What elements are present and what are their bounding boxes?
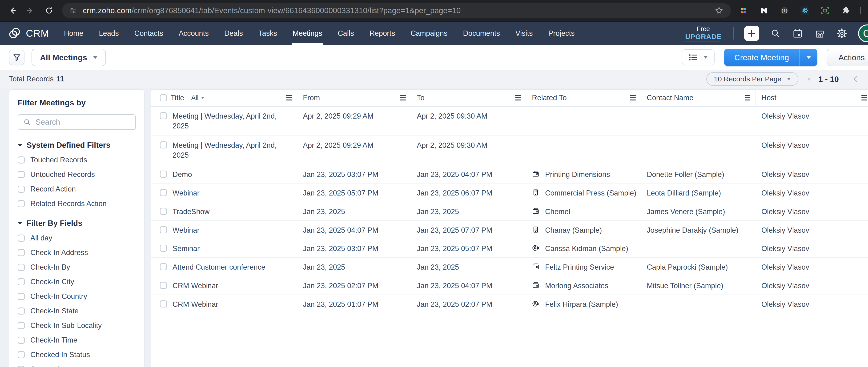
- per-page-selector[interactable]: 10 Records Per Page: [706, 72, 798, 86]
- upgrade-link[interactable]: UPGRADE: [685, 33, 721, 42]
- checkbox[interactable]: [18, 186, 25, 193]
- nav-tab-calls[interactable]: Calls: [338, 22, 354, 45]
- checkbox[interactable]: [18, 264, 25, 271]
- filter-button[interactable]: [9, 49, 25, 65]
- settings-gear-icon[interactable]: [836, 28, 848, 39]
- contact-name-link[interactable]: Capla Paprocki (Sample): [647, 262, 728, 272]
- marketplace-icon[interactable]: [814, 28, 826, 39]
- column-header-related-to[interactable]: Related To: [526, 90, 641, 106]
- row-checkbox[interactable]: [160, 141, 167, 148]
- search-icon[interactable]: [770, 28, 781, 39]
- filter-search-input[interactable]: [35, 118, 130, 127]
- related-to-link[interactable]: Carissa Kidman (Sample): [545, 244, 628, 254]
- contact-name-link[interactable]: Donette Foller (Sample): [647, 170, 724, 179]
- ext-dots-icon[interactable]: [739, 5, 749, 16]
- filter-item-untouched-records[interactable]: Untouched Records: [18, 170, 136, 179]
- meeting-title-link[interactable]: TradeShow: [173, 207, 210, 217]
- checkbox[interactable]: [18, 157, 25, 164]
- related-to-link[interactable]: Chanay (Sample): [545, 225, 602, 235]
- meeting-title-link[interactable]: Webinar: [173, 188, 199, 198]
- ext-puzzle-icon[interactable]: [840, 5, 850, 16]
- related-to-link[interactable]: Morlong Associates: [545, 281, 609, 291]
- related-to-link[interactable]: Feltz Printing Service: [545, 262, 614, 272]
- select-all-checkbox[interactable]: [160, 94, 167, 101]
- meeting-title-link[interactable]: CRM Webinar: [173, 281, 218, 291]
- nav-tab-accounts[interactable]: Accounts: [179, 22, 209, 45]
- column-menu-icon[interactable]: [515, 95, 522, 101]
- column-menu-icon[interactable]: [744, 95, 751, 101]
- related-to-link[interactable]: Commercial Press (Sample): [545, 188, 637, 198]
- reload-icon[interactable]: [44, 5, 54, 16]
- meeting-title-link[interactable]: Webinar: [173, 225, 199, 235]
- contact-name-link[interactable]: Mitsue Tollner (Sample): [647, 281, 723, 291]
- filter-item-all-day[interactable]: All day: [18, 234, 136, 242]
- filter-item-touched-records[interactable]: Touched Records: [18, 156, 136, 164]
- column-header-contact-name[interactable]: Contact Name: [641, 90, 756, 106]
- nav-tab-leads[interactable]: Leads: [99, 22, 119, 45]
- create-meeting-button[interactable]: Create Meeting: [724, 49, 799, 66]
- nav-tab-tasks[interactable]: Tasks: [258, 22, 277, 45]
- row-checkbox[interactable]: [160, 189, 167, 196]
- site-controls-icon[interactable]: [69, 6, 77, 15]
- view-selector[interactable]: All Meetings: [32, 49, 106, 66]
- filter-item-checked-in-status[interactable]: Checked In Status: [18, 351, 136, 359]
- column-menu-icon[interactable]: [286, 95, 293, 101]
- filter-item-check-in-time[interactable]: Check-In Time: [18, 336, 136, 344]
- meeting-title-link[interactable]: Demo: [173, 170, 192, 179]
- column-menu-icon[interactable]: [629, 95, 637, 101]
- contact-name-link[interactable]: James Venere (Sample): [647, 207, 725, 217]
- checkbox[interactable]: [18, 293, 25, 300]
- related-to-link[interactable]: Printing Dimensions: [545, 170, 610, 179]
- nav-tab-reports[interactable]: Reports: [370, 22, 395, 45]
- prev-page-button[interactable]: [852, 74, 859, 84]
- row-checkbox[interactable]: [160, 171, 167, 178]
- calendar-icon[interactable]: [792, 28, 804, 39]
- filter-item-contact-name[interactable]: Contact Name: [18, 365, 136, 367]
- filter-item-related-records-action[interactable]: Related Records Action: [18, 200, 136, 208]
- nav-tab-campaigns[interactable]: Campaigns: [410, 22, 447, 45]
- nav-tab-meetings[interactable]: Meetings: [292, 22, 322, 45]
- actions-button[interactable]: Actions: [827, 49, 868, 66]
- filter-item-check-in-sub-locality[interactable]: Check-In Sub-Locality: [18, 321, 136, 330]
- checkbox[interactable]: [18, 337, 25, 344]
- meeting-title-link[interactable]: Seminar: [173, 244, 199, 254]
- row-checkbox[interactable]: [160, 226, 167, 233]
- column-header-from[interactable]: From: [297, 90, 411, 106]
- column-menu-icon[interactable]: [400, 95, 407, 101]
- avatar[interactable]: O: [858, 25, 868, 42]
- ext-react-icon[interactable]: [800, 5, 810, 16]
- filter-item-check-in-by[interactable]: Check-In By: [18, 263, 136, 271]
- ext-malwarebytes-icon[interactable]: [759, 5, 769, 16]
- filter-item-check-in-state[interactable]: Check-In State: [18, 307, 136, 315]
- upgrade-box[interactable]: Free UPGRADE: [685, 25, 721, 42]
- filter-item-check-in-country[interactable]: Check-In Country: [18, 292, 136, 301]
- row-checkbox[interactable]: [160, 300, 167, 307]
- back-icon[interactable]: [7, 5, 18, 16]
- contact-name-link[interactable]: Leota Dilliard (Sample): [647, 188, 721, 198]
- row-checkbox[interactable]: [160, 112, 167, 119]
- nav-tab-contacts[interactable]: Contacts: [134, 22, 163, 45]
- row-checkbox[interactable]: [160, 282, 167, 289]
- checkbox[interactable]: [18, 200, 25, 207]
- checkbox[interactable]: [18, 235, 25, 242]
- filter-section-filter-by-fields[interactable]: Filter By Fields: [18, 219, 136, 228]
- meeting-title-link[interactable]: Attend Customer conference: [173, 262, 266, 272]
- title-filter-dropdown[interactable]: All: [191, 94, 204, 102]
- column-header-title[interactable]: Title All: [151, 90, 297, 106]
- filter-item-check-in-address[interactable]: Check-In Address: [18, 248, 136, 257]
- row-checkbox[interactable]: [160, 245, 167, 252]
- checkbox[interactable]: [18, 307, 25, 314]
- column-header-to[interactable]: To: [411, 90, 526, 106]
- filter-item-check-in-city[interactable]: Check-In City: [18, 277, 136, 286]
- checkbox[interactable]: [18, 171, 25, 178]
- related-to-link[interactable]: Felix Hirpara (Sample): [545, 299, 618, 309]
- crm-brand[interactable]: CRM: [8, 27, 49, 40]
- create-meeting-dropdown[interactable]: [800, 49, 817, 66]
- checkbox[interactable]: [18, 249, 25, 256]
- checkbox[interactable]: [18, 322, 25, 329]
- nav-tab-home[interactable]: Home: [64, 22, 84, 45]
- related-to-link[interactable]: Chemel: [545, 207, 570, 217]
- meeting-title-link[interactable]: Meeting | Wednesday, April 2nd, 2025: [173, 111, 284, 131]
- nav-tab-projects[interactable]: Projects: [548, 22, 575, 45]
- meeting-title-link[interactable]: CRM Webinar: [173, 299, 218, 309]
